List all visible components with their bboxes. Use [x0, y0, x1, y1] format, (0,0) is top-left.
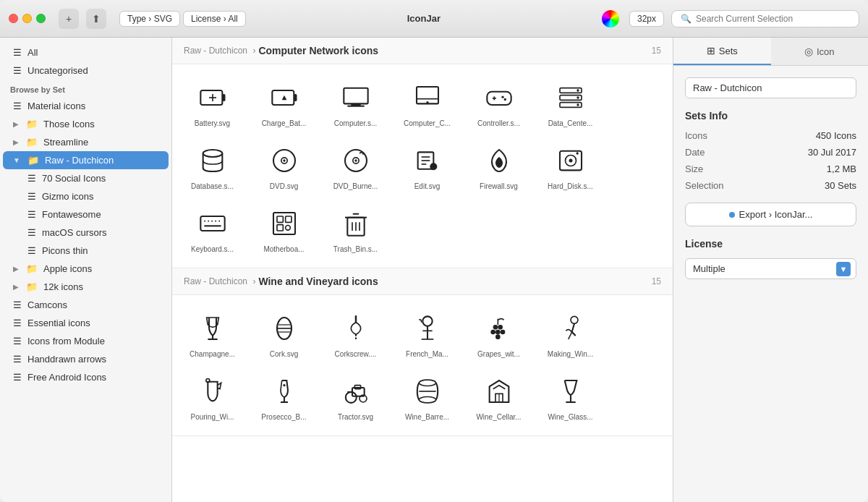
sidebar-item-essential[interactable]: ☰ Essential icons — [3, 314, 169, 332]
list-item[interactable]: Trash_Bin.s... — [321, 199, 390, 259]
icon-label: Trash_Bin.s... — [333, 245, 378, 253]
tab-sets[interactable]: ⊞ Sets — [673, 38, 771, 65]
sidebar: ☰ All ☰ Uncategorised Browse by Set ☰ Ma… — [0, 38, 172, 502]
icon-label: DVD_Burne... — [333, 182, 378, 190]
cork-svg-icon — [267, 311, 302, 346]
list-item[interactable]: Controller.s... — [464, 73, 533, 133]
making-wine-svg-icon — [553, 311, 588, 346]
list-item[interactable]: Grapes_wit... — [464, 304, 533, 364]
list-item[interactable]: DVD.svg — [250, 136, 318, 196]
app-title: IconJar — [253, 13, 595, 24]
sidebar-item-uncategorised[interactable]: ☰ Uncategorised — [3, 61, 169, 80]
list-item[interactable]: Wine_Barre... — [393, 367, 461, 427]
list-item[interactable]: Hard_Disk.s... — [536, 136, 605, 196]
list-item[interactable]: Computer.s... — [321, 73, 390, 133]
data-center-svg-icon — [553, 80, 588, 115]
license-select-wrapper: Multiple Free Commercial Custom ▼ — [685, 258, 856, 279]
info-row-size: Size 1,2 MB — [685, 163, 856, 174]
new-tab-button[interactable]: + — [59, 9, 79, 29]
svg-rect-6 — [344, 88, 367, 104]
color-wheel-icon[interactable] — [602, 10, 619, 27]
svg-rect-48 — [277, 216, 283, 222]
list-item[interactable]: Keyboard.s... — [178, 199, 247, 259]
maximize-button[interactable] — [36, 14, 46, 23]
export-button[interactable]: Export › IconJar... — [685, 203, 856, 226]
charge-svg-icon — [267, 80, 302, 115]
sidebar-item-all[interactable]: ☰ All — [3, 43, 169, 61]
list-item[interactable]: Cork.svg — [250, 304, 318, 364]
list-item[interactable]: Database.s... — [178, 136, 247, 196]
svg-rect-50 — [277, 225, 283, 231]
icon-label: Corkscrew.... — [335, 350, 377, 358]
list-item[interactable]: French_Ma... — [393, 304, 461, 364]
sidebar-item-free-android[interactable]: ☰ Free Android Icons — [3, 368, 169, 386]
set-icon: ☰ — [13, 299, 22, 310]
sidebar-item-macos[interactable]: ☰ macOS cursors — [3, 224, 169, 242]
share-button[interactable]: ⬆ — [86, 9, 106, 29]
tractor-svg-icon — [339, 374, 373, 409]
sidebar-item-fontawesome[interactable]: ☰ Fontawesome — [3, 205, 169, 224]
list-item[interactable]: Tractor.svg — [321, 367, 390, 427]
svg-point-17 — [503, 98, 506, 101]
list-item[interactable]: Battery.svg — [178, 73, 247, 133]
list-item[interactable]: Wine_Cellar... — [464, 367, 533, 427]
svg-point-38 — [569, 159, 572, 163]
sidebar-item-picons[interactable]: ☰ Picons thin — [3, 242, 169, 260]
px-badge[interactable]: 32px — [629, 11, 664, 27]
sidebar-item-gizmo[interactable]: ☰ Gizmo icons — [3, 187, 169, 205]
svg-rect-47 — [273, 213, 295, 234]
icon-label: Tractor.svg — [338, 413, 373, 421]
icon-content-area: Raw - Dutchicon › Computer Network icons… — [172, 38, 673, 502]
hard-disk-svg-icon — [553, 143, 588, 178]
icon-tab-icon: ◎ — [804, 46, 813, 57]
icon-label: Keyboard.s... — [191, 245, 234, 253]
sidebar-item-handdrawn[interactable]: ☰ Handdrawn arrows — [3, 350, 169, 368]
icon-label: Pouring_Wi... — [190, 413, 234, 421]
keyboard-svg-icon — [195, 206, 230, 241]
list-item[interactable]: Charge_Bat... — [250, 73, 318, 133]
list-item[interactable]: Edit.svg — [393, 136, 461, 196]
tab-icon[interactable]: ◎ Icon — [771, 38, 869, 65]
sidebar-item-icons-module[interactable]: ☰ Icons from Module — [3, 332, 169, 350]
minimize-button[interactable] — [22, 14, 32, 23]
right-content: Sets Info Icons 450 Icons Date 30 Jul 20… — [673, 66, 868, 291]
sidebar-item-12k[interactable]: ▶ 📁 12k icons — [3, 278, 169, 296]
uncategorised-icon: ☰ — [13, 65, 22, 76]
sidebar-item-streamline[interactable]: ▶ 📁 Streamline — [3, 133, 169, 151]
close-button[interactable] — [9, 14, 18, 23]
icon-label: Battery.svg — [195, 119, 230, 127]
set-name-input[interactable] — [685, 77, 856, 98]
sidebar-item-those-icons[interactable]: ▶ 📁 Those Icons — [3, 115, 169, 133]
list-item[interactable]: Making_Win... — [536, 304, 605, 364]
type-filter-pill[interactable]: Type › SVG — [119, 11, 180, 27]
svg-point-73 — [571, 316, 578, 323]
list-item[interactable]: Prosecco_B... — [250, 367, 318, 427]
right-tabs: ⊞ Sets ◎ Icon — [673, 38, 868, 66]
grapes-svg-icon — [482, 311, 516, 346]
list-item[interactable]: Data_Cente... — [536, 73, 605, 133]
sidebar-item-70-social[interactable]: ☰ 70 Social Icons — [3, 169, 169, 187]
list-item[interactable]: Pouring_Wi... — [178, 367, 247, 427]
list-item[interactable]: Firewall.svg — [464, 136, 533, 196]
sidebar-item-camcons[interactable]: ☰ Camcons — [3, 296, 169, 314]
material-icon: ☰ — [13, 101, 22, 111]
list-item[interactable]: DVD_Burne... — [321, 136, 390, 196]
license-select[interactable]: Multiple Free Commercial Custom — [685, 258, 856, 279]
license-filter-pill[interactable]: License › All — [183, 11, 246, 27]
sets-info-title: Sets Info — [685, 110, 856, 122]
sidebar-item-apple[interactable]: ▶ 📁 Apple icons — [3, 260, 169, 278]
list-item[interactable]: Corkscrew.... — [321, 304, 390, 364]
sidebar-item-material[interactable]: ☰ Material icons — [3, 97, 169, 115]
icon-label: Wine_Cellar... — [476, 413, 521, 421]
sidebar-item-raw-dutchicon[interactable]: ▼ 📁 Raw - Dutchicon — [3, 151, 169, 169]
icon-label: Charge_Bat... — [262, 119, 307, 127]
svg-point-68 — [495, 330, 501, 335]
list-item[interactable]: Computer_C... — [393, 73, 461, 133]
list-item[interactable]: Motherboa... — [250, 199, 318, 259]
chevron-icon: ▶ — [13, 283, 19, 291]
prosecco-svg-icon — [267, 374, 302, 409]
search-bar[interactable]: 🔍 — [671, 10, 859, 27]
search-input[interactable] — [696, 14, 841, 24]
list-item[interactable]: Wine_Glass... — [536, 367, 605, 427]
list-item[interactable]: Champagne... — [178, 304, 247, 364]
